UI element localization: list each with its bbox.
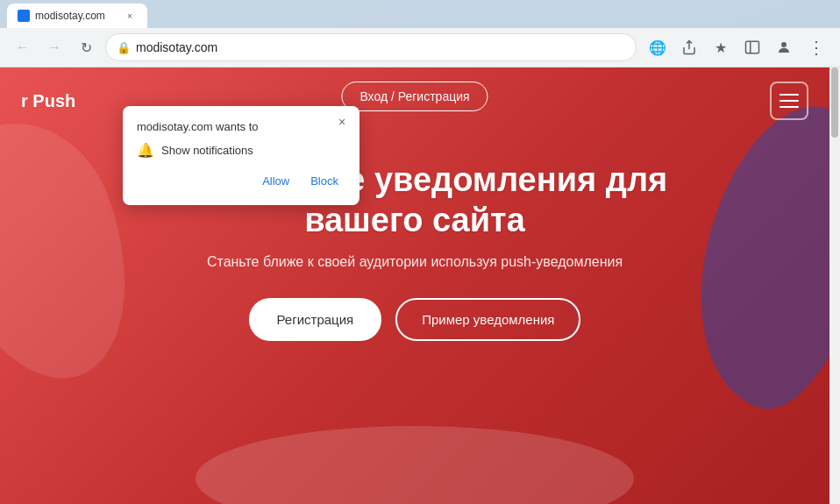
back-button[interactable]: ←	[11, 35, 35, 60]
menu-icon: ⋮	[808, 37, 824, 58]
logo-text: r Push	[21, 91, 75, 110]
login-button[interactable]: Вход / Регистрация	[341, 82, 488, 111]
popup-close-button[interactable]: ×	[333, 113, 351, 131]
sidebar-button[interactable]	[738, 33, 766, 61]
svg-rect-0	[746, 41, 759, 53]
tab-close-icon[interactable]: ×	[123, 9, 137, 23]
profile-icon	[776, 39, 792, 55]
tab-title: modisotay.com	[35, 10, 117, 22]
browser-tab-bar: modisotay.com ×	[0, 0, 840, 28]
allow-button[interactable]: Allow	[255, 171, 296, 191]
popup-actions: Allow Block	[137, 171, 345, 191]
reload-button[interactable]: ↻	[74, 35, 98, 60]
login-label: Вход / Регистрация	[359, 89, 469, 103]
hamburger-line-3	[779, 106, 799, 108]
hero-title-line2: вашего сайта	[304, 202, 525, 238]
forward-button[interactable]: →	[42, 35, 67, 60]
close-icon: ×	[338, 115, 345, 129]
popup-notification-row: 🔔 Show notifications	[137, 142, 345, 159]
browser-viewport: r Push Вход / Регистрация Браузерные уве…	[0, 67, 840, 504]
notification-permission-popup: × modisotay.com wants to 🔔 Show notifica…	[123, 106, 359, 205]
block-button[interactable]: Block	[303, 171, 345, 191]
profile-button[interactable]	[770, 33, 798, 61]
active-tab[interactable]: modisotay.com ×	[7, 4, 147, 28]
bookmark-icon: ★	[715, 39, 727, 56]
tab-favicon	[18, 10, 30, 22]
browser-chrome: ← → ↻ 🔒 modisotay.com 🌐 ★	[0, 28, 840, 67]
register-button[interactable]: Регистрация	[249, 298, 382, 341]
scrollbar-thumb[interactable]	[831, 67, 838, 138]
address-bar[interactable]: 🔒 modisotay.com	[105, 33, 637, 61]
hero-buttons: Регистрация Пример уведомления	[35, 298, 794, 341]
site-logo: r Push	[21, 89, 75, 112]
back-icon: ←	[16, 39, 30, 55]
svg-point-2	[781, 42, 787, 47]
reload-icon: ↻	[81, 39, 92, 56]
allow-label: Allow	[262, 174, 289, 188]
bookmark-button[interactable]: ★	[707, 33, 735, 61]
menu-button[interactable]: ⋮	[801, 33, 829, 61]
hero-subtitle: Станьте ближе к своей аудитории использу…	[35, 254, 794, 270]
sidebar-icon	[744, 39, 760, 55]
register-label: Регистрация	[277, 312, 354, 327]
popup-domain-text: modisotay.com wants to	[137, 120, 345, 133]
hamburger-line-2	[779, 100, 799, 102]
toolbar-icons: 🌐 ★	[644, 33, 829, 61]
lock-icon: 🔒	[117, 41, 131, 54]
example-notification-button[interactable]: Пример уведомления	[395, 298, 580, 341]
example-label: Пример уведомления	[422, 312, 554, 327]
block-label: Block	[310, 174, 338, 188]
popup-notification-label: Show notifications	[161, 144, 253, 157]
bell-icon: 🔔	[137, 142, 154, 159]
hamburger-line-1	[779, 94, 799, 96]
hamburger-menu-button[interactable]	[770, 82, 808, 120]
scrollbar[interactable]	[829, 67, 840, 504]
address-text: modisotay.com	[136, 40, 625, 54]
share-icon	[681, 39, 697, 55]
forward-icon: →	[47, 39, 61, 55]
share-button[interactable]	[675, 33, 703, 61]
translate-button[interactable]: 🌐	[644, 33, 672, 61]
translate-icon: 🌐	[649, 39, 666, 56]
